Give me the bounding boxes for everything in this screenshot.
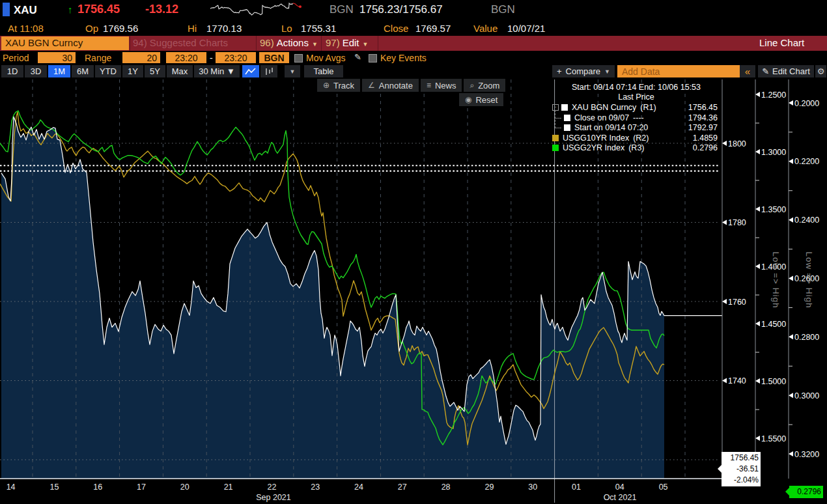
chart-settings-row: Period 30 Range 20 23:20 - 23:20 BGN Mov… bbox=[0, 51, 827, 64]
r1-axis[interactable]: 18001780176017401720 bbox=[722, 139, 746, 465]
pricing-source-2: BGN bbox=[491, 3, 515, 16]
add-data-input[interactable]: Add Data bbox=[617, 65, 745, 77]
zoom-button[interactable]: ⌕Zoom bbox=[464, 79, 505, 92]
chart-type-more-dropdown[interactable]: ▼ bbox=[285, 65, 300, 77]
axis-tick-label: 0.3000 bbox=[794, 391, 819, 400]
pencil-icon[interactable]: ✎ bbox=[354, 52, 361, 62]
usgg2yr-badge: 0.2796 bbox=[789, 486, 823, 498]
reset-button[interactable]: ◉Reset bbox=[459, 93, 503, 106]
date-tick-label: 15 bbox=[49, 483, 59, 492]
legend-title: Last Price bbox=[552, 92, 720, 103]
axis-tick-label: 1.3500 bbox=[761, 205, 786, 214]
legend-item[interactable]: Close on 09/07----1794.36 bbox=[552, 113, 720, 123]
series-last-value: 0.2796 bbox=[693, 143, 720, 152]
gear-icon: ⚙ bbox=[817, 66, 825, 76]
legend-item[interactable]: USGG10YR Index(R2)1.4859 bbox=[552, 133, 720, 143]
interval-dropdown[interactable]: 30 Min ▼ bbox=[194, 65, 240, 77]
badge-notch bbox=[718, 465, 722, 473]
last-price-badge: 1756.45 -36.51 -2.04% bbox=[722, 452, 761, 486]
series-last-value: 1792.97 bbox=[688, 123, 720, 132]
compare-button[interactable]: + Compare ▼ bbox=[552, 65, 615, 77]
view-mode-label: Line Chart bbox=[759, 37, 804, 48]
time-to-input[interactable]: 23:20 bbox=[216, 52, 256, 63]
axis-tick-label: 0.2000 bbox=[794, 99, 819, 108]
legend-item[interactable]: USGG2YR Index(R3)0.2796 bbox=[552, 143, 720, 154]
tab-range-5y[interactable]: 5Y bbox=[145, 65, 165, 77]
news-lines-icon: ≡ bbox=[427, 81, 431, 90]
legend-item[interactable]: -XAU BGN Curncy(R1)1756.45 bbox=[552, 102, 720, 113]
track-button[interactable]: ⊕Track bbox=[317, 79, 360, 92]
pricing-source: BGN bbox=[329, 3, 354, 16]
date-tick-label: 05 bbox=[659, 483, 668, 492]
line-chart-type-button[interactable] bbox=[242, 65, 259, 77]
open-label: Op bbox=[85, 23, 98, 34]
tab-range-max[interactable]: Max bbox=[167, 65, 193, 77]
value-date: 10/07/21 bbox=[507, 23, 545, 34]
close-label: Close bbox=[384, 23, 408, 34]
legend-item[interactable]: Start on 09/14 07:201792.97 bbox=[552, 122, 720, 133]
time-dash: - bbox=[210, 53, 213, 63]
tab-range-1m[interactable]: 1M bbox=[48, 65, 70, 77]
net-change: -13.12 bbox=[145, 3, 178, 16]
open-value: 1769.56 bbox=[103, 23, 138, 34]
x-axis-labels[interactable]: 14151617202122232427282930010405Sep 2021… bbox=[7, 483, 668, 502]
tab-range-1d[interactable]: 1D bbox=[1, 65, 23, 77]
series-swatch-icon bbox=[561, 104, 568, 111]
series-last-value: 1794.36 bbox=[688, 113, 720, 122]
chevron-down-icon: ▼ bbox=[312, 41, 318, 48]
axis-tick-label: 0.3200 bbox=[794, 450, 819, 459]
axis-tick-label: 1780 bbox=[728, 218, 746, 227]
edit-menu[interactable]: 97)Edit▼ bbox=[326, 37, 368, 48]
date-tick-label: 23 bbox=[311, 483, 320, 492]
period-input[interactable]: 30 bbox=[38, 52, 76, 63]
date-tick-label: 29 bbox=[484, 483, 494, 492]
series-label: USGG2YR Index bbox=[563, 143, 624, 152]
actions-menu[interactable]: 96)Actions▼ bbox=[260, 37, 318, 48]
series-last-value: 1756.45 bbox=[688, 103, 720, 112]
series-swatch-icon bbox=[564, 115, 570, 121]
bar-chart-type-button[interactable] bbox=[260, 65, 277, 77]
tab-range-1y[interactable]: 1Y bbox=[122, 65, 143, 77]
r2-axis[interactable]: 1.25001.30001.35001.40001.45001.50001.55… bbox=[755, 91, 786, 468]
function-menubar: XAU BGN Curncy 94) Suggested Charts 96)A… bbox=[0, 36, 827, 51]
date-tick-label: 04 bbox=[615, 483, 624, 492]
date-tick-label: 24 bbox=[354, 483, 363, 492]
month-label: Oct 2021 bbox=[604, 493, 637, 502]
bloomberg-terminal-window: XAU ↑ 1756.45 -13.12 BGN 1756.23/1756.67… bbox=[0, 0, 827, 504]
series-swatch-icon bbox=[552, 145, 559, 151]
range-label: Range bbox=[85, 53, 111, 63]
axis-tick-label: 1740 bbox=[728, 376, 746, 385]
chart-toolbar: ⊕Track ∠Annotate ≡News ⌕Zoom bbox=[317, 79, 505, 92]
high-value: 1770.13 bbox=[206, 23, 242, 34]
time-from-input[interactable]: 23:20 bbox=[166, 52, 206, 63]
axis-tick-label: 1.3000 bbox=[761, 148, 786, 157]
axis-tick-label: 0.2800 bbox=[794, 333, 819, 342]
ohlc-row: At 11:08 Op 1769.56 Hi 1770.13 Lo 1755.3… bbox=[0, 20, 827, 36]
date-tick-label: 20 bbox=[180, 483, 189, 492]
chart-settings-gear-button[interactable]: ⚙ bbox=[815, 65, 826, 77]
security-input[interactable]: XAU BGN Curncy bbox=[1, 36, 129, 50]
suggested-charts-menu[interactable]: 94) Suggested Charts bbox=[133, 37, 228, 48]
range-input[interactable]: 20 bbox=[122, 52, 160, 63]
series-label: Start on 09/14 07:20 bbox=[574, 123, 648, 132]
tab-range-3d[interactable]: 3D bbox=[25, 65, 47, 77]
tree-elbow-icon bbox=[555, 120, 561, 128]
r3-axis[interactable]: 0.20000.22000.24000.26000.28000.30000.32… bbox=[789, 99, 819, 459]
date-tick-label: 22 bbox=[267, 483, 276, 492]
series-last-value: 1.4859 bbox=[693, 133, 720, 143]
chevron-down-icon: ▼ bbox=[363, 41, 369, 48]
edit-chart-button[interactable]: ✎ Edit Chart bbox=[758, 65, 814, 77]
tab-range-ytd[interactable]: YTD bbox=[95, 65, 121, 77]
tab-range-6m[interactable]: 6M bbox=[72, 65, 94, 77]
table-button[interactable]: Table bbox=[304, 65, 343, 77]
news-button[interactable]: ≡News bbox=[421, 79, 462, 92]
axis-tick-label: 1.2500 bbox=[761, 91, 786, 100]
mov-avgs-checkbox[interactable] bbox=[294, 54, 303, 63]
source-selector[interactable]: BGN bbox=[259, 52, 289, 63]
collapse-panel-button[interactable]: « bbox=[740, 65, 755, 77]
annotate-button[interactable]: ∠Annotate bbox=[362, 79, 419, 92]
ticker: XAU bbox=[14, 4, 37, 17]
axis-tick-label: 0.2400 bbox=[794, 216, 819, 225]
security-tag-icon bbox=[3, 3, 10, 16]
key-events-checkbox[interactable] bbox=[369, 54, 377, 63]
